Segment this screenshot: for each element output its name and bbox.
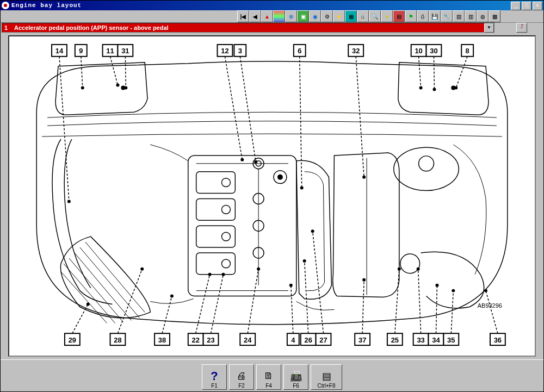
dropdown-arrow-icon[interactable]: ▼ — [484, 23, 494, 33]
f1-help-button[interactable]: ? F1 — [202, 364, 227, 390]
window-title: Engine bay layout — [11, 2, 82, 9]
svg-point-36 — [170, 295, 174, 298]
paint-icon[interactable]: ▨ — [453, 10, 465, 22]
engine-icon[interactable]: ⚙ — [321, 10, 333, 22]
close-button[interactable]: × — [533, 2, 542, 10]
leader-line — [240, 57, 256, 162]
leader-line — [225, 57, 242, 160]
stack-icon[interactable] — [273, 10, 285, 22]
callout-label: 27 — [319, 336, 327, 344]
svg-point-48 — [484, 289, 487, 293]
svg-point-28 — [254, 160, 257, 164]
leader-line — [196, 275, 210, 333]
leader-line — [356, 57, 364, 177]
svg-point-20 — [394, 147, 459, 191]
svg-point-37 — [208, 273, 212, 276]
leader-line — [456, 57, 467, 88]
svg-rect-7 — [196, 226, 236, 247]
callout-label: 33 — [417, 336, 424, 344]
cyl-icon[interactable]: ◍ — [477, 10, 489, 22]
callout-label: 6 — [298, 47, 301, 55]
svg-point-23 — [67, 200, 71, 203]
print-icon[interactable]: ⎙ — [417, 10, 429, 22]
callout-label: 14 — [55, 47, 64, 55]
svg-point-10 — [221, 259, 230, 268]
chip-icon[interactable]: ▩ — [489, 10, 500, 22]
maximize-button[interactable]: □ — [522, 2, 531, 10]
app-window: Engine bay layout _ □ × |◀ ◀ ▲ ⊕ ▣ ◉ ⚙ ⚡… — [0, 0, 544, 392]
leader-line — [395, 269, 399, 333]
svg-point-42 — [311, 229, 314, 233]
seek-start-button[interactable]: |◀ — [237, 10, 249, 22]
globe-icon[interactable]: ⊕ — [285, 10, 297, 22]
f2-print-button[interactable]: 🖨 F2 — [229, 364, 254, 390]
callout-label: 30 — [430, 47, 437, 55]
gauge-icon[interactable]: ◉ — [309, 10, 321, 22]
svg-point-30 — [362, 176, 366, 179]
warning-icon[interactable]: ▲ — [261, 10, 273, 22]
svg-point-8 — [221, 232, 230, 241]
prev-button[interactable]: ◀ — [249, 10, 261, 22]
callout-label: 23 — [207, 336, 214, 344]
leader-line — [362, 280, 364, 333]
svg-point-44 — [398, 267, 401, 271]
svg-point-40 — [289, 284, 293, 287]
svg-point-31 — [419, 86, 423, 90]
callout-label: 22 — [192, 336, 200, 344]
callout-label: 34 — [432, 336, 440, 344]
search-icon[interactable]: 🔍 — [369, 10, 381, 22]
callout-label: 12 — [221, 47, 228, 55]
bulb-icon[interactable]: ✦ — [381, 10, 393, 22]
callout-label: 26 — [304, 336, 312, 344]
leader-line — [72, 304, 88, 333]
callout-label: 24 — [244, 336, 252, 344]
encyc-icon[interactable]: ▥ — [465, 10, 477, 22]
f4-doc-button[interactable]: 🗎 F4 — [256, 364, 281, 390]
wrench-icon[interactable]: 🔧 — [441, 10, 453, 22]
svg-point-41 — [303, 259, 306, 263]
svg-point-32 — [432, 88, 436, 91]
svg-point-43 — [362, 278, 366, 282]
leader-line — [248, 269, 258, 333]
callout-label: 9 — [79, 47, 83, 55]
leader-line — [419, 57, 421, 88]
leader-line — [313, 231, 324, 333]
svg-rect-3 — [196, 172, 236, 194]
component-selector-bar[interactable]: 1 Accelerator pedal position (APP) senso… — [2, 23, 494, 33]
leader-line — [81, 57, 83, 88]
app-icon — [2, 2, 9, 9]
home-icon[interactable]: ⌂ — [357, 10, 369, 22]
svg-point-25 — [116, 84, 119, 87]
toolbar: |◀ ◀ ▲ ⊕ ▣ ◉ ⚙ ⚡ ▦ ⌂ 🔍 ✦ ▤ ⚑ ⎙ 💾 🔧 ▨ ▥ ◍… — [1, 10, 543, 23]
leader-line — [110, 57, 118, 85]
leader-line — [162, 296, 172, 334]
svg-point-24 — [81, 86, 84, 90]
svg-point-26 — [124, 86, 127, 90]
svg-point-6 — [221, 205, 230, 214]
svg-point-33 — [454, 86, 458, 90]
callout-label: 32 — [352, 47, 360, 55]
function-key-bar: ? F1 🖨 F2 🗎 F4 📠 F6 ▤ Ctrl+F8 — [1, 359, 543, 391]
callout-label: 8 — [466, 47, 469, 55]
svg-point-45 — [417, 267, 420, 271]
exit-button[interactable]: ⤴ — [516, 23, 527, 33]
diag-icon[interactable]: ▦ — [345, 10, 357, 22]
callout-label: 36 — [494, 336, 502, 344]
callout-label: 3 — [238, 47, 242, 55]
leader-line — [434, 57, 434, 90]
leader-line — [418, 269, 421, 333]
leader-line — [300, 57, 302, 188]
list-icon: ▤ — [319, 370, 334, 383]
printer-icon: 🖨 — [234, 370, 249, 383]
callout-label: 38 — [158, 336, 166, 344]
leader-line — [291, 285, 293, 334]
minimize-button[interactable]: _ — [511, 2, 521, 10]
car-icon[interactable]: ▣ — [297, 10, 309, 22]
ctrl-f8-list-button[interactable]: ▤ Ctrl+F8 — [311, 364, 342, 390]
f6-fax-button[interactable]: 📠 F6 — [283, 364, 308, 390]
elec-icon[interactable]: ⚡ — [333, 10, 345, 22]
flag-icon[interactable]: ⚑ — [405, 10, 417, 22]
disk-icon[interactable]: 💾 — [429, 10, 441, 22]
book-icon[interactable]: ▤ — [393, 10, 405, 22]
callout-label: 35 — [447, 336, 455, 344]
